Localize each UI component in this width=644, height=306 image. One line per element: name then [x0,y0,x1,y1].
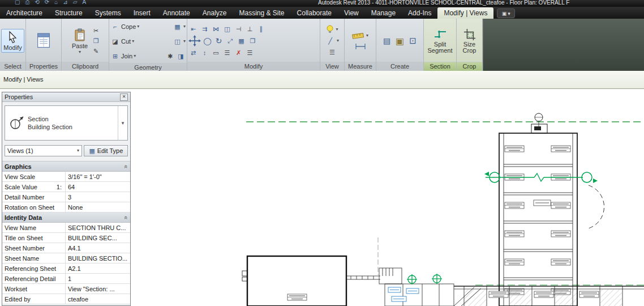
paste-button[interactable]: Paste ▾ [70,26,90,56]
geometry-dropdown-1-icon[interactable]: ▾ [183,24,186,29]
tab-add-ins[interactable]: Add-Ins [402,7,437,19]
title-on-sheet-value[interactable]: BUILDING SEC... [66,233,130,243]
cut-to-clipboard-icon[interactable]: ✂ [91,26,101,35]
reveal-hidden-elements-icon[interactable] [326,25,334,34]
cut-geometry-options-icon[interactable]: ▦ [173,22,182,31]
trim-corner-icon[interactable]: ⊥ [245,24,255,33]
section-panel-label[interactable]: Section [424,62,456,71]
tab-systems[interactable]: Systems [89,7,127,19]
collapse-chevron-icon[interactable]: « [123,215,130,219]
measure-qat-icon[interactable]: ⊿ [63,0,67,6]
unpin-icon[interactable]: ☰ [222,48,232,57]
join-options-icon[interactable]: ◫ [173,37,182,46]
measure-lines-icon[interactable]: ☰ [245,48,255,57]
clipboard-panel-label[interactable]: Clipboard [62,62,109,71]
cope-dropdown-icon[interactable]: ▾ [137,24,139,29]
close-icon[interactable]: ✕ [120,94,128,101]
rotate-icon[interactable]: ↻ [214,36,224,45]
match-type-properties-icon[interactable]: ✎ [91,46,101,56]
tab-modify-views[interactable]: Modify | Views [437,7,493,19]
beam-join-icon[interactable]: ✱ [165,52,175,61]
palette-header[interactable]: Properties ✕ [2,92,130,102]
view-panel-label[interactable]: View [320,62,344,71]
tab-manage[interactable]: Manage [365,7,402,19]
offset-icon[interactable]: ⇉ [200,24,209,33]
cut-button[interactable]: Cut [121,38,131,45]
view-scale-value[interactable]: 3/16" = 1'-0" [66,172,130,181]
type-selector[interactable]: Section Building Section ▾ [5,105,128,141]
geometry-panel-label[interactable]: Geometry [109,63,187,71]
collapse-chevron-icon[interactable]: « [123,164,130,168]
rotation-value[interactable]: None [66,202,130,212]
join-button[interactable]: Join [121,53,132,60]
scale-value-value[interactable]: 64 [66,182,130,192]
array-icon[interactable]: ▦ [237,36,246,45]
edited-by-value[interactable]: cteafoe [66,294,130,304]
copy-icon[interactable]: ❐ [248,36,257,45]
referencing-detail-value[interactable]: 1 [66,274,130,283]
move-icon[interactable] [188,35,201,46]
linework-dropdown-icon[interactable]: ▾ [337,39,339,43]
create-group-icon[interactable]: ▣ [395,36,405,45]
swap-icon[interactable]: ⇄ [188,48,198,57]
floor-plan-drawing[interactable] [136,89,644,306]
aligned-dimension-icon[interactable] [354,43,367,50]
ribbon-display-toggle[interactable]: ▣ ▾ [497,8,515,18]
delete-icon[interactable]: ✗ [234,48,243,57]
size-crop-button[interactable]: Size Crop [456,27,483,56]
tab-structure[interactable]: Structure [49,7,89,19]
wall-join-icon[interactable]: ◨ [176,52,186,61]
split-segment-button[interactable]: Split Segment [424,27,457,56]
tab-insert[interactable]: Insert [127,7,157,19]
type-selector-dropdown-icon[interactable]: ▾ [118,106,127,140]
workset-value[interactable]: View "Section: ... [66,284,130,294]
detail-component-icon[interactable]: ▤ [382,36,392,45]
stretch-icon[interactable]: ↕ [200,48,209,57]
join-dropdown-icon[interactable]: ▾ [134,54,136,58]
modify-panel-label[interactable]: Modify [187,62,320,71]
selected-section-line[interactable] [484,172,598,183]
undo-icon[interactable]: ⟲ [35,0,39,6]
view-name-value[interactable]: SECTION THRU C... [66,223,130,232]
tab-annotate[interactable]: Annotate [157,7,196,19]
select-panel-label[interactable]: Select [0,62,25,71]
tab-architecture[interactable]: Architecture [0,7,49,19]
sheet-number-value[interactable]: A4.1 [66,243,130,253]
tab-collaborate[interactable]: Collaborate [291,7,338,19]
pin-icon[interactable]: ▭ [211,48,221,57]
create-similar-icon[interactable]: ⊡ [408,36,418,45]
cut-dropdown-icon[interactable]: ▾ [132,39,134,44]
sheet-name-value[interactable]: BUILDING SECTIO... [66,253,130,263]
edit-type-button[interactable]: ▦ Edit Type [84,145,128,156]
properties-button[interactable] [33,31,54,51]
crop-region-boundary[interactable] [246,122,644,285]
drawing-area[interactable] [136,89,644,306]
scale-icon[interactable]: ⤢ [225,36,235,45]
tab-view[interactable]: View [338,7,365,19]
crop-panel-label[interactable]: Crop [457,62,482,71]
linework-icon[interactable]: ╱ [325,36,335,45]
tab-analyze[interactable]: Analyze [196,7,233,19]
redo-icon[interactable]: ⟳ [45,0,49,6]
shape-handles-icon[interactable]: ◯ [203,36,212,45]
save-icon[interactable]: ⎙ [25,0,29,6]
paste-dropdown-icon[interactable]: ▾ [79,50,81,54]
callout-bubbles[interactable] [407,274,442,284]
copy-to-clipboard-icon[interactable]: ❐ [91,36,101,45]
detail-number-value[interactable]: 3 [66,192,130,202]
geometry-dropdown-2-icon[interactable]: ▾ [183,39,186,44]
create-panel-label[interactable]: Create [376,62,423,71]
tab-massing-site[interactable]: Massing & Site [233,7,291,19]
thin-lines-icon[interactable]: ☰ [328,48,337,57]
view-dropdown-icon[interactable]: ▾ [336,27,338,32]
measure-dropdown-icon[interactable]: ▾ [366,33,368,38]
properties-panel-label[interactable]: Properties [26,62,61,71]
views-filter-combo[interactable]: Views (1) ▾ [5,145,82,156]
mirror-draw-axis-icon[interactable]: ◫ [222,24,232,33]
property-group-identity[interactable]: Identity Data « [2,212,130,223]
text-qat-icon[interactable]: A [82,0,86,6]
mirror-pick-axis-icon[interactable]: ⋈ [211,24,221,33]
property-group-graphics[interactable]: Graphics « [2,162,130,172]
trim-extend-icon[interactable]: ⊣ [234,24,243,33]
quick-access-toolbar[interactable]: ▢ ⎙ ⟲ ⟳ ⌂ ⊿ ▱ A [15,0,86,6]
